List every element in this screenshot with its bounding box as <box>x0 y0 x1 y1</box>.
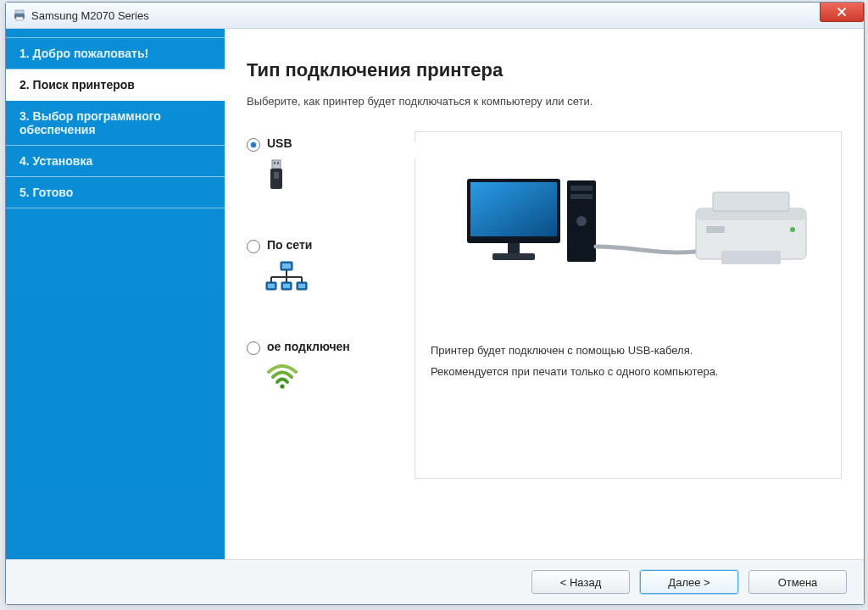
svg-point-35 <box>790 227 795 232</box>
next-button[interactable]: Далее > <box>640 570 738 594</box>
svg-rect-3 <box>272 160 281 169</box>
sidebar-step-done[interactable]: 5. Готово <box>6 177 225 208</box>
close-button[interactable] <box>820 3 864 22</box>
option-usb[interactable]: USB <box>247 136 391 192</box>
sidebar-step-welcome[interactable]: 1. Добро пожаловать! <box>6 37 225 69</box>
preview-panel: Принтер будет подключен с помощью USB-ка… <box>415 131 842 479</box>
svg-point-21 <box>280 384 284 388</box>
title-bar: Samsung M2070 Series <box>6 3 864 29</box>
option-network[interactable]: По сети <box>247 238 391 294</box>
svg-rect-0 <box>15 10 24 14</box>
cancel-button[interactable]: Отмена <box>748 570 847 594</box>
sidebar-step-label: 3. Выбор программного обеспечения <box>19 109 161 136</box>
sidebar-step-label: 4. Установка <box>19 154 92 168</box>
preview-line-1: Принтер будет подключен с помощью USB-ка… <box>431 344 826 357</box>
sidebar-step-install[interactable]: 4. Установка <box>6 146 225 177</box>
sidebar-step-software[interactable]: 3. Выбор программного обеспечения <box>6 101 225 146</box>
wizard-footer: < Назад Далее > Отмена <box>6 559 864 604</box>
option-label: USB <box>267 136 292 150</box>
sidebar-step-label: 5. Готово <box>19 186 73 199</box>
svg-rect-18 <box>283 284 290 288</box>
option-label: ое подключен <box>267 340 350 353</box>
window-title: Samsung M2070 Series <box>31 9 149 22</box>
svg-rect-28 <box>570 186 593 191</box>
wifi-icon <box>265 362 391 389</box>
radio-wireless[interactable] <box>247 341 260 355</box>
sidebar-step-search[interactable]: 2. Поиск принтеров <box>6 69 225 101</box>
svg-rect-4 <box>274 162 275 164</box>
svg-rect-20 <box>298 284 305 288</box>
svg-rect-34 <box>713 192 789 211</box>
svg-rect-9 <box>282 263 291 269</box>
svg-rect-5 <box>277 162 279 164</box>
page-subtitle: Выберите, как принтер будет подключаться… <box>247 95 842 108</box>
svg-rect-36 <box>706 226 725 233</box>
svg-rect-29 <box>570 194 593 199</box>
svg-point-30 <box>576 216 587 226</box>
installer-window: Samsung M2070 Series 1. Добро пожаловать… <box>5 2 865 605</box>
options-row: USB <box>247 131 842 479</box>
svg-rect-33 <box>721 251 781 264</box>
content-area: Тип подключения принтера Выберите, как п… <box>225 29 864 559</box>
preview-illustration <box>431 158 826 310</box>
usb-icon <box>265 158 391 192</box>
wizard-sidebar: 1. Добро пожаловать! 2. Поиск принтеров … <box>6 29 225 559</box>
sidebar-step-label: 2. Поиск принтеров <box>19 78 135 92</box>
svg-rect-16 <box>268 284 275 288</box>
sidebar-step-label: 1. Добро пожаловать! <box>19 47 148 60</box>
network-icon <box>265 260 391 294</box>
printer-icon <box>13 8 26 22</box>
window-controls <box>821 3 864 22</box>
svg-rect-24 <box>470 182 557 236</box>
connection-options: USB <box>247 131 391 479</box>
svg-rect-26 <box>492 253 535 260</box>
option-label: По сети <box>267 238 312 252</box>
preview-description: Принтер будет подключен с помощью USB-ка… <box>431 336 826 386</box>
radio-usb[interactable] <box>247 138 260 152</box>
option-wireless[interactable]: ое подключен <box>247 340 391 389</box>
svg-rect-25 <box>508 243 520 253</box>
back-button[interactable]: < Назад <box>531 570 630 594</box>
body: 1. Добро пожаловать! 2. Поиск принтеров … <box>6 29 864 559</box>
preview-line-2: Рекомендуется при печати только с одного… <box>431 365 826 378</box>
svg-rect-2 <box>16 17 23 20</box>
radio-network[interactable] <box>247 240 260 253</box>
svg-rect-7 <box>274 172 279 179</box>
page-title: Тип подключения принтера <box>247 59 842 81</box>
